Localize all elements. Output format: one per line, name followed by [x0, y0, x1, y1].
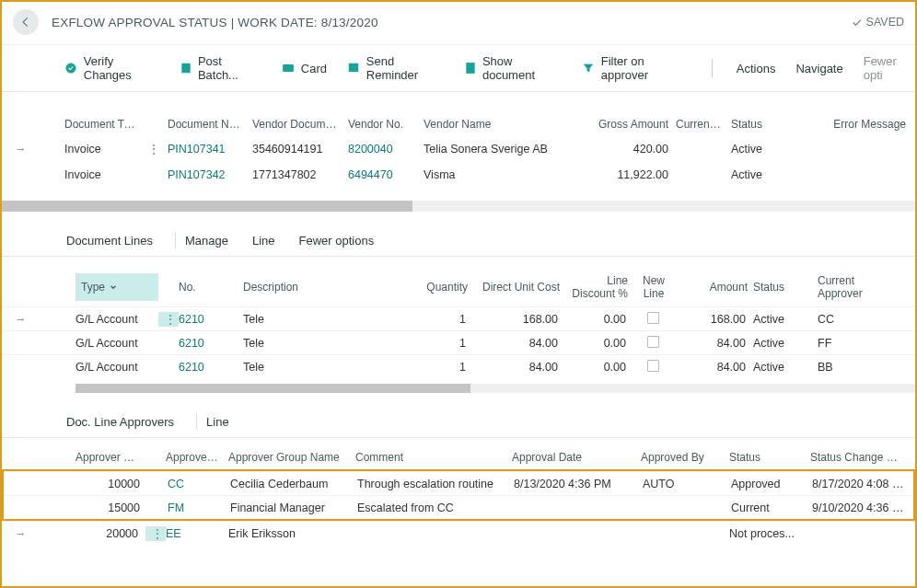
- tab-line[interactable]: Line: [252, 234, 275, 248]
- cell-approver-group[interactable]: CC: [168, 478, 230, 490]
- col-type[interactable]: Type: [75, 273, 158, 301]
- toolbar-divider: [712, 59, 713, 77]
- cell-new-line[interactable]: [633, 360, 679, 375]
- cell-doc-type: Invoice: [64, 168, 147, 181]
- row-menu-button[interactable]: ⋮: [145, 526, 166, 541]
- col-status-change[interactable]: Status Change Date: [810, 451, 910, 464]
- col-current-approver[interactable]: Current Approver: [818, 274, 893, 300]
- main-grid-row[interactable]: InvoicePIN10734217713478026494470Visma11…: [2, 162, 915, 188]
- col-approval-date[interactable]: Approval Date: [512, 451, 641, 464]
- cell-current-approver: FF: [818, 337, 893, 350]
- cell-vendor-no[interactable]: 6494470: [348, 168, 424, 181]
- cell-vendor-doc-no: 35460914191: [252, 143, 348, 156]
- col-doc-no[interactable]: Document No.: [168, 118, 252, 131]
- show-doc-icon: [463, 61, 477, 75]
- cell-current-approver: CC: [818, 313, 893, 326]
- main-grid-row[interactable]: →Invoice⋮PIN107341354609141918200040Teli…: [2, 136, 915, 162]
- post-batch-button[interactable]: Post Batch...: [179, 54, 261, 82]
- col-no[interactable]: No.: [179, 281, 243, 294]
- cell-approver-group-name: Cecilia Cederbaum: [230, 478, 357, 490]
- approvers-tab-line[interactable]: Line: [206, 415, 229, 429]
- cell-new-line[interactable]: [633, 336, 679, 351]
- col-approver-group-name[interactable]: Approver Group Name: [228, 451, 355, 464]
- col-quantity[interactable]: Quantity: [344, 281, 473, 294]
- saved-label: SAVED: [866, 16, 904, 29]
- verify-changes-button[interactable]: Verify Changes: [64, 54, 158, 82]
- cell-approver-status: Not proces...: [729, 527, 810, 540]
- approver-grid-row[interactable]: 15000FMFinancial ManagerEscalated from C…: [4, 495, 913, 519]
- lines-grid-row[interactable]: G/L Account6210Tele184.000.0084.00Active…: [2, 354, 915, 378]
- row-indicator: →: [2, 527, 75, 540]
- lines-grid-row[interactable]: →G/L Account⋮6210Tele1168.000.00168.00Ac…: [2, 306, 915, 330]
- reminder-icon: [347, 61, 361, 75]
- cell-no[interactable]: 6210: [179, 361, 243, 374]
- col-approver-group[interactable]: Approver Group: [166, 451, 228, 464]
- cell-new-line[interactable]: [633, 312, 679, 327]
- cell-amount: 84.00: [679, 337, 753, 350]
- cell-doc-no[interactable]: PIN107342: [168, 168, 252, 181]
- fewer-options-button[interactable]: Fewer opti: [864, 54, 915, 82]
- col-line-discount[interactable]: Line Discount %: [565, 274, 633, 300]
- card-button[interactable]: Card: [281, 61, 327, 75]
- page-header: EXFLOW APPROVAL STATUS | WORK DATE: 8/13…: [2, 2, 915, 45]
- page-title: EXFLOW APPROVAL STATUS | WORK DATE: 8/13…: [52, 16, 378, 29]
- lines-grid-row[interactable]: G/L Account6210Tele184.000.0084.00Active…: [2, 330, 915, 354]
- col-direct-unit-cost[interactable]: Direct Unit Cost: [473, 281, 565, 294]
- col-description[interactable]: Description: [243, 281, 344, 294]
- cell-approver-group-name: Erik Eriksson: [228, 527, 355, 540]
- col-status[interactable]: Status: [731, 118, 803, 131]
- cell-approver-group[interactable]: FM: [168, 502, 230, 514]
- approver-grid-row[interactable]: 10000CCCecilia CederbaumThrough escalati…: [4, 471, 913, 495]
- col-approver-status[interactable]: Status: [729, 451, 810, 464]
- svg-rect-2: [284, 65, 294, 72]
- scrollbar-horizontal[interactable]: [2, 201, 915, 212]
- cell-no[interactable]: 6210: [179, 313, 243, 326]
- tab-fewer-options[interactable]: Fewer options: [299, 234, 375, 248]
- col-gross-amount[interactable]: Gross Amount: [595, 118, 676, 131]
- tab-manage[interactable]: Manage: [185, 234, 228, 248]
- col-doc-type[interactable]: Document Type: [64, 118, 147, 131]
- cell-status: Active: [731, 168, 803, 181]
- col-line-status[interactable]: Status: [753, 281, 818, 294]
- col-vendor-doc-no[interactable]: Vendor Document No.: [252, 118, 348, 131]
- col-currency[interactable]: Currency Code: [676, 118, 731, 131]
- cell-direct-unit-cost: 168.00: [473, 313, 565, 326]
- filter-approver-button[interactable]: Filter on approver: [582, 54, 688, 82]
- approvers-panel: Doc. Line Approvers Line Approver Order …: [2, 406, 915, 545]
- card-icon: [281, 61, 296, 75]
- col-comment[interactable]: Comment: [355, 451, 512, 464]
- col-new-line[interactable]: New Line: [633, 274, 679, 300]
- arrow-left-icon: [19, 16, 32, 29]
- navigate-menu[interactable]: Navigate: [795, 62, 842, 75]
- back-button[interactable]: [13, 9, 39, 35]
- cell-line-status: Active: [753, 361, 818, 374]
- cell-approver-group[interactable]: EE: [166, 527, 228, 540]
- col-error[interactable]: Error Message: [803, 118, 913, 131]
- cell-line-status: Active: [753, 313, 818, 326]
- cell-description: Tele: [243, 337, 344, 350]
- row-menu-button[interactable]: ⋮: [147, 142, 168, 156]
- cell-status-change: 9/10/2020 4:36 PM: [812, 502, 911, 514]
- highlighted-rows: 10000CCCecilia CederbaumThrough escalati…: [2, 469, 915, 521]
- col-approved-by[interactable]: Approved By: [641, 451, 729, 464]
- main-grid-header: Document Type Document No. Vendor Docume…: [2, 118, 915, 136]
- row-menu-button[interactable]: ⋮: [158, 312, 179, 327]
- col-approver-order[interactable]: Approver Order: [75, 451, 145, 464]
- send-reminder-button[interactable]: Send Reminder: [347, 54, 443, 82]
- show-document-button[interactable]: Show document: [463, 54, 562, 82]
- document-lines-toolbar: Document Lines Manage Line Fewer options: [2, 225, 915, 257]
- col-amount[interactable]: Amount: [679, 281, 753, 294]
- col-vendor-name[interactable]: Vendor Name: [424, 118, 595, 131]
- verify-icon: [64, 61, 78, 75]
- cell-doc-no[interactable]: PIN107341: [168, 143, 252, 156]
- cell-approver-status: Current: [731, 502, 812, 514]
- cell-direct-unit-cost: 84.00: [473, 361, 565, 374]
- actions-menu[interactable]: Actions: [737, 62, 776, 75]
- lines-scrollbar-horizontal[interactable]: [75, 384, 915, 393]
- toolbar: Verify Changes Post Batch... Card Send R…: [2, 45, 915, 92]
- col-vendor-no[interactable]: Vendor No.: [348, 118, 424, 131]
- cell-no[interactable]: 6210: [179, 337, 243, 350]
- approver-grid-row[interactable]: →20000⋮EEErik ErikssonNot proces...: [2, 521, 915, 545]
- cell-status-change: 8/17/2020 4:08 PM: [812, 478, 911, 490]
- cell-vendor-no[interactable]: 8200040: [348, 143, 424, 156]
